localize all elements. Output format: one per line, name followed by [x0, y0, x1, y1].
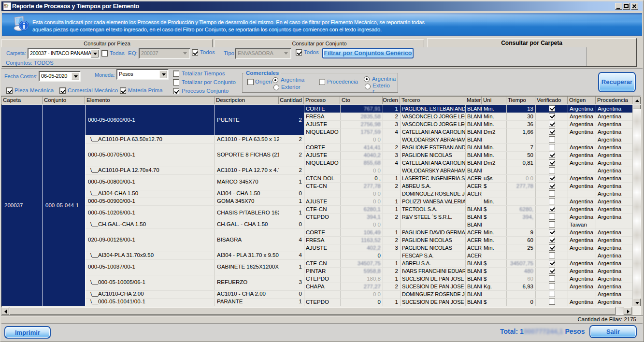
svg-text:RP: RP — [4, 6, 8, 9]
